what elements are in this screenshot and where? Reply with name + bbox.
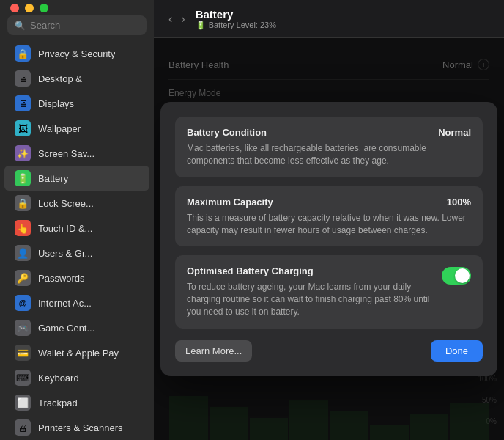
sidebar-item-label: Internet Ac... — [38, 298, 92, 309]
toggle-knob — [455, 268, 470, 283]
battery-icon: 🔋 — [15, 170, 31, 186]
sidebar-item-touch-id[interactable]: 👆 Touch ID &... — [4, 216, 149, 241]
internet-accounts-icon: @ — [15, 295, 31, 311]
nav-arrows: ‹ › — [166, 11, 188, 27]
touch-id-icon: 👆 — [15, 220, 31, 236]
learn-more-button[interactable]: Learn More... — [175, 340, 252, 362]
modal-overlay: Battery Condition Normal Mac batteries, … — [154, 38, 504, 440]
desktop-icon: 🖥 — [15, 70, 31, 87]
main-body: Battery Health Normal i Energy Mode 100%… — [154, 38, 504, 440]
sidebar-item-internet-accounts[interactable]: @ Internet Ac... — [4, 290, 149, 315]
sidebar-item-wallpaper[interactable]: 🖼 Wallpaper — [4, 116, 149, 141]
back-button[interactable]: ‹ — [166, 11, 175, 27]
sidebar-item-label: Battery — [38, 173, 68, 184]
sidebar-item-privacy-security[interactable]: 🔒 Privacy & Security — [4, 41, 149, 66]
sidebar-item-label: Trackpad — [38, 397, 78, 408]
privacy-security-icon: 🔒 — [15, 45, 31, 62]
wallet-icon: 💳 — [15, 345, 31, 361]
sidebar: 🔍 Search 🔒 Privacy & Security 🖥 Desktop … — [0, 0, 154, 440]
optimised-toggle-row: Optimised Battery Charging To reduce bat… — [187, 265, 471, 318]
sidebar-item-users[interactable]: 👤 Users & Gr... — [4, 241, 149, 265]
close-button[interactable] — [10, 4, 19, 12]
passwords-icon: 🔑 — [15, 270, 31, 286]
displays-icon: 🖥 — [15, 95, 31, 111]
main-title-section: Battery 🔋 Battery Level: 23% — [196, 8, 276, 30]
max-capacity-desc: This is a measure of battery capacity re… — [187, 212, 471, 237]
forward-button[interactable]: › — [178, 11, 188, 27]
sidebar-item-game-center[interactable]: 🎮 Game Cent... — [4, 315, 149, 340]
battery-condition-label: Battery Condition — [187, 127, 267, 138]
main-header: ‹ › Battery 🔋 Battery Level: 23% — [154, 0, 504, 38]
lock-screen-icon: 🔒 — [15, 195, 31, 211]
optimised-charging-section: Optimised Battery Charging To reduce bat… — [175, 255, 483, 328]
battery-level-text: Battery Level: 23% — [209, 21, 276, 29]
sidebar-item-battery[interactable]: 🔋 Battery — [4, 166, 149, 191]
max-capacity-value: 100% — [447, 197, 471, 208]
battery-icon-small: 🔋 — [196, 21, 206, 30]
sidebar-item-label: Game Cent... — [38, 323, 94, 334]
sidebar-item-screen-saver[interactable]: ✨ Screen Sav... — [4, 141, 149, 166]
game-center-icon: 🎮 — [15, 320, 31, 336]
minimize-button[interactable] — [25, 4, 34, 12]
sidebar-item-label: Printers & Scanners — [38, 422, 123, 433]
page-title: Battery — [196, 8, 276, 21]
done-button[interactable]: Done — [431, 340, 483, 362]
sidebar-item-label: Displays — [38, 98, 74, 109]
battery-condition-section: Battery Condition Normal Mac batteries, … — [175, 117, 483, 177]
max-capacity-section: Maximum Capacity 100% This is a measure … — [175, 186, 483, 247]
sidebar-item-label: Touch ID &... — [38, 223, 92, 234]
sidebar-item-label: Screen Sav... — [38, 148, 94, 159]
optimised-toggle[interactable] — [442, 267, 471, 285]
sidebar-item-desktop[interactable]: 🖥 Desktop & — [4, 66, 149, 91]
sidebar-item-label: Lock Scree... — [38, 198, 94, 209]
screen-saver-icon: ✨ — [15, 145, 31, 161]
sidebar-item-keyboard[interactable]: ⌨ Keyboard — [4, 365, 149, 390]
printers-icon: 🖨 — [15, 419, 31, 436]
main-content: ‹ › Battery 🔋 Battery Level: 23% Battery… — [154, 0, 504, 440]
sidebar-item-label: Wallpaper — [38, 123, 81, 134]
sidebar-item-wallet[interactable]: 💳 Wallet & Apple Pay — [4, 340, 149, 365]
sidebar-item-label: Passwords — [38, 273, 85, 284]
maximize-button[interactable] — [40, 4, 48, 12]
modal-footer: Learn More... Done — [175, 340, 483, 362]
sidebar-item-lock-screen[interactable]: 🔒 Lock Scree... — [4, 191, 149, 216]
battery-level-subtitle: 🔋 Battery Level: 23% — [196, 21, 276, 30]
sidebar-item-label: Users & Gr... — [38, 248, 92, 259]
sidebar-item-label: Keyboard — [38, 373, 79, 384]
optimised-label: Optimised Battery Charging — [187, 265, 430, 276]
max-capacity-label: Maximum Capacity — [187, 197, 273, 208]
sidebar-item-trackpad[interactable]: ⬜ Trackpad — [4, 390, 149, 415]
max-capacity-row: Maximum Capacity 100% — [187, 197, 471, 208]
optimised-desc: To reduce battery ageing, your Mac learn… — [187, 281, 430, 318]
wallpaper-icon: 🖼 — [15, 120, 31, 136]
sidebar-item-displays[interactable]: 🖥 Displays — [4, 91, 149, 116]
sidebar-item-passwords[interactable]: 🔑 Passwords — [4, 265, 149, 290]
battery-condition-row: Battery Condition Normal — [187, 127, 471, 138]
keyboard-icon: ⌨ — [15, 370, 31, 386]
search-icon: 🔍 — [15, 21, 26, 31]
titlebar — [0, 0, 154, 15]
trackpad-icon: ⬜ — [15, 395, 31, 411]
sidebar-item-printers[interactable]: 🖨 Printers & Scanners — [4, 415, 149, 440]
battery-health-modal: Battery Condition Normal Mac batteries, … — [160, 102, 497, 376]
search-placeholder: Search — [30, 20, 60, 31]
sidebar-item-label: Privacy & Security — [38, 48, 115, 59]
sidebar-item-label: Desktop & — [38, 73, 82, 84]
search-bar[interactable]: 🔍 Search — [7, 15, 147, 35]
sidebar-item-label: Wallet & Apple Pay — [38, 348, 119, 359]
battery-condition-desc: Mac batteries, like all rechargeable bat… — [187, 142, 471, 167]
users-icon: 👤 — [15, 245, 31, 261]
optimised-left: Optimised Battery Charging To reduce bat… — [187, 265, 442, 318]
battery-condition-value: Normal — [438, 127, 471, 138]
